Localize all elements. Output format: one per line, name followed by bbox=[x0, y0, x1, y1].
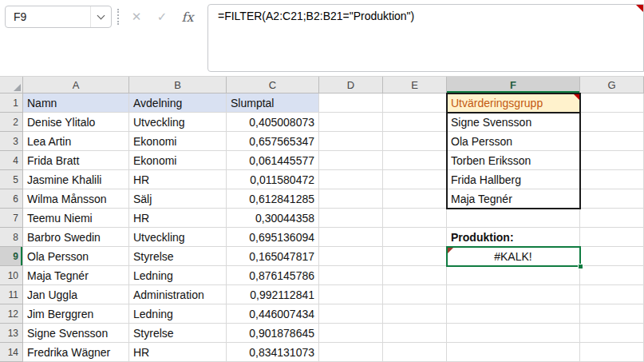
cell-A13[interactable]: Signe Svensson bbox=[23, 324, 129, 343]
cell-B2[interactable]: Utveckling bbox=[129, 113, 227, 132]
cell-A4[interactable]: Frida Bratt bbox=[23, 151, 129, 170]
cell-E9[interactable] bbox=[383, 247, 447, 266]
row-header-7[interactable]: 7 bbox=[0, 209, 23, 228]
cell-D7[interactable] bbox=[319, 209, 383, 228]
cell-E14[interactable] bbox=[383, 343, 447, 362]
cell-G13[interactable] bbox=[580, 324, 644, 343]
cell-F12[interactable] bbox=[447, 304, 580, 324]
cell-G11[interactable] bbox=[580, 285, 644, 304]
row-header-6[interactable]: 6 bbox=[0, 189, 23, 209]
insert-function-icon[interactable]: fx bbox=[175, 6, 200, 28]
cell-G14[interactable] bbox=[580, 343, 644, 362]
row-header-2[interactable]: 2 bbox=[0, 113, 23, 132]
cell-G6[interactable] bbox=[580, 189, 644, 209]
cell-C4[interactable]: 0,061445577 bbox=[227, 151, 319, 170]
cell-G7[interactable] bbox=[580, 209, 644, 228]
row-header-3[interactable]: 3 bbox=[0, 132, 23, 151]
cell-D4[interactable] bbox=[319, 151, 383, 170]
cell-F8[interactable]: Produktion: bbox=[447, 228, 580, 247]
cell-D5[interactable] bbox=[319, 170, 383, 189]
row-header-12[interactable]: 12 bbox=[0, 304, 23, 324]
cell-B7[interactable]: HR bbox=[129, 209, 227, 228]
cell-B5[interactable]: HR bbox=[129, 170, 227, 189]
row-header-10[interactable]: 10 bbox=[0, 266, 23, 285]
cell-E4[interactable] bbox=[383, 151, 447, 170]
cell-G12[interactable] bbox=[580, 304, 644, 324]
cell-B1[interactable]: Avdelning bbox=[129, 93, 227, 113]
cell-E3[interactable] bbox=[383, 132, 447, 151]
cell-F2[interactable]: Signe Svensson bbox=[447, 113, 580, 132]
cell-B3[interactable]: Ekonomi bbox=[129, 132, 227, 151]
cell-A9[interactable]: Ola Persson bbox=[23, 247, 129, 266]
cell-C11[interactable]: 0,992112841 bbox=[227, 285, 319, 304]
cell-G4[interactable] bbox=[580, 151, 644, 170]
cell-D12[interactable] bbox=[319, 304, 383, 324]
cell-D10[interactable] bbox=[319, 266, 383, 285]
column-header-d[interactable]: D bbox=[319, 77, 383, 93]
row-header-13[interactable]: 13 bbox=[0, 324, 23, 343]
cell-G9[interactable] bbox=[580, 247, 644, 266]
cell-B11[interactable]: Administration bbox=[129, 285, 227, 304]
cell-D14[interactable] bbox=[319, 343, 383, 362]
cell-F5[interactable]: Frida Hallberg bbox=[447, 170, 580, 189]
cell-A7[interactable]: Teemu Niemi bbox=[23, 209, 129, 228]
cell-A1[interactable]: Namn bbox=[23, 93, 129, 113]
cell-E5[interactable] bbox=[383, 170, 447, 189]
cell-E1[interactable] bbox=[383, 93, 447, 113]
cell-D2[interactable] bbox=[319, 113, 383, 132]
name-box[interactable]: F9 bbox=[5, 6, 112, 28]
cell-D8[interactable] bbox=[319, 228, 383, 247]
cell-B12[interactable]: Ledning bbox=[129, 304, 227, 324]
cell-B13[interactable]: Styrelse bbox=[129, 324, 227, 343]
column-header-c[interactable]: C bbox=[227, 77, 319, 93]
cell-C9[interactable]: 0,165047817 bbox=[227, 247, 319, 266]
cell-C10[interactable]: 0,876145786 bbox=[227, 266, 319, 285]
cell-E7[interactable] bbox=[383, 209, 447, 228]
cell-C2[interactable]: 0,405008073 bbox=[227, 113, 319, 132]
cell-G1[interactable] bbox=[580, 93, 644, 113]
cell-C1[interactable]: Slumptal bbox=[227, 93, 319, 113]
cell-D9[interactable] bbox=[319, 247, 383, 266]
cell-F13[interactable] bbox=[447, 324, 580, 343]
cell-E6[interactable] bbox=[383, 189, 447, 209]
cell-A6[interactable]: Wilma Månsson bbox=[23, 189, 129, 209]
cell-E2[interactable] bbox=[383, 113, 447, 132]
cell-D1[interactable] bbox=[319, 93, 383, 113]
cell-E11[interactable] bbox=[383, 285, 447, 304]
cell-B10[interactable]: Ledning bbox=[129, 266, 227, 285]
cell-A10[interactable]: Maja Tegnér bbox=[23, 266, 129, 285]
cell-G10[interactable] bbox=[580, 266, 644, 285]
cell-G5[interactable] bbox=[580, 170, 644, 189]
column-header-b[interactable]: B bbox=[129, 77, 227, 93]
cell-C6[interactable]: 0,612841285 bbox=[227, 189, 319, 209]
column-header-g[interactable]: G bbox=[580, 77, 644, 93]
cell-A3[interactable]: Lea Artin bbox=[23, 132, 129, 151]
cell-D6[interactable] bbox=[319, 189, 383, 209]
cancel-icon[interactable]: ✕ bbox=[124, 6, 149, 28]
cell-C13[interactable]: 0,901878645 bbox=[227, 324, 319, 343]
row-header-5[interactable]: 5 bbox=[0, 170, 23, 189]
cell-A14[interactable]: Fredrika Wägner bbox=[23, 343, 129, 362]
cell-E8[interactable] bbox=[383, 228, 447, 247]
cell-E13[interactable] bbox=[383, 324, 447, 343]
fill-handle[interactable] bbox=[578, 264, 583, 269]
cell-F11[interactable] bbox=[447, 285, 580, 304]
cell-B8[interactable]: Utveckling bbox=[129, 228, 227, 247]
row-header-8[interactable]: 8 bbox=[0, 228, 23, 247]
cell-F1[interactable]: Utvärderingsgrupp bbox=[447, 93, 580, 113]
row-header-11[interactable]: 11 bbox=[0, 285, 23, 304]
enter-icon[interactable]: ✓ bbox=[149, 6, 175, 28]
cell-F14[interactable] bbox=[447, 343, 580, 362]
cell-A11[interactable]: Jan Uggla bbox=[23, 285, 129, 304]
select-all-button[interactable] bbox=[0, 77, 23, 93]
cell-G3[interactable] bbox=[580, 132, 644, 151]
cell-F6[interactable]: Maja Tegnér bbox=[447, 189, 580, 209]
cell-C7[interactable]: 0,30044358 bbox=[227, 209, 319, 228]
row-header-14[interactable]: 14 bbox=[0, 343, 23, 362]
column-header-e[interactable]: E bbox=[383, 77, 447, 93]
cell-F4[interactable]: Torben Eriksson bbox=[447, 151, 580, 170]
cell-C12[interactable]: 0,446007434 bbox=[227, 304, 319, 324]
cell-A12[interactable]: Jim Berggren bbox=[23, 304, 129, 324]
cell-D11[interactable] bbox=[319, 285, 383, 304]
cell-G8[interactable] bbox=[580, 228, 644, 247]
